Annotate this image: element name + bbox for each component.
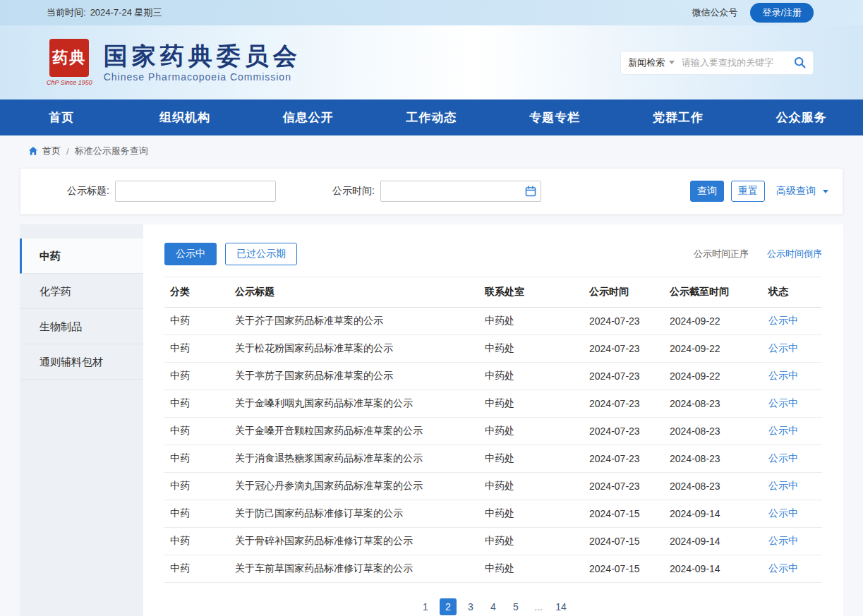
content-panel: 公示中已过公示期 公示时间正序 公示时间倒序 分类公示标题联系处室公示时间公示截… [143,224,843,616]
table-row: 中药关于金嗓开音颗粒国家药品标准草案的公示中药处2024-07-232024-0… [164,418,822,445]
page-1[interactable]: 1 [417,598,434,615]
status-link[interactable]: 公示中 [768,315,798,326]
table-row: 中药关于消食退热糖浆国家药品标准草案的公示中药处2024-07-232024-0… [164,445,822,473]
title-cell[interactable]: 关于车前草国家药品标准修订草案的公示 [229,555,479,583]
search-category-select[interactable]: 新闻检索 [628,56,675,69]
tab-0[interactable]: 公示中 [164,243,217,265]
wechat-link[interactable]: 微信公众号 [692,6,737,19]
column-header-2: 联系处室 [479,277,584,308]
department-cell: 中药处 [479,308,584,335]
title-cell[interactable]: 关于骨碎补国家药品标准修订草案的公示 [229,528,479,555]
breadcrumb-separator: / [66,146,69,157]
search-icon[interactable] [794,56,806,68]
status-cell: 公示中 [763,308,822,335]
status-link[interactable]: 公示中 [768,425,798,436]
page-2[interactable]: 2 [440,598,457,615]
status-link[interactable]: 公示中 [768,535,798,546]
advanced-query-label: 高级查询 [776,185,816,196]
publish-date-cell: 2024-07-23 [584,418,664,445]
search-input[interactable] [682,57,790,68]
announcement-table: 分类公示标题联系处室公示时间公示截至时间状态 中药关于芥子国家药品标准草案的公示… [164,277,822,583]
title-filter-label: 公示标题: [67,185,109,198]
nav-item-4[interactable]: 专题专栏 [493,99,617,135]
filter-panel: 公示标题: 公示时间: 查询 重置 高级查询 [20,168,843,215]
nav-item-1[interactable]: 组织机构 [123,99,247,135]
home-icon[interactable] [28,146,38,156]
advanced-query-link[interactable]: 高级查询 [776,185,828,198]
table-row: 中药关于金嗓利咽丸国家药品标准草案的公示中药处2024-07-232024-08… [164,390,822,418]
table-row: 中药关于骨碎补国家药品标准修订草案的公示中药处2024-07-152024-09… [164,528,822,555]
table-row: 中药关于冠心丹参滴丸国家药品标准草案的公示中药处2024-07-232024-0… [164,473,822,500]
status-link[interactable]: 公示中 [768,507,798,519]
title-cell[interactable]: 关于松花粉国家药品标准草案的公示 [229,335,479,363]
status-link[interactable]: 公示中 [768,480,798,491]
end-date-cell: 2024-08-23 [664,390,763,418]
nav-item-5[interactable]: 党群工作 [617,99,740,135]
nav-item-2[interactable]: 信息公开 [246,99,370,135]
sort-ascending-link[interactable]: 公示时间正序 [694,248,749,260]
status-link[interactable]: 公示中 [768,452,798,464]
nav-item-6[interactable]: 公众服务 [740,99,863,135]
publish-date-cell: 2024-07-15 [584,500,664,528]
tab-1[interactable]: 已过公示期 [225,243,297,265]
table-header-row: 分类公示标题联系处室公示时间公示截至时间状态 [164,277,822,308]
page-3[interactable]: 3 [462,598,479,615]
page-14[interactable]: 14 [553,598,569,615]
page-5[interactable]: 5 [507,598,524,615]
status-link[interactable]: 公示中 [768,397,798,409]
title-cell[interactable]: 关于防己国家药品标准修订草案的公示 [229,500,479,528]
sidebar-item-2[interactable]: 生物制品 [20,309,143,344]
sort-descending-link[interactable]: 公示时间倒序 [767,248,822,260]
news-search-box: 新闻检索 [620,51,814,75]
title-cell[interactable]: 关于芥子国家药品标准草案的公示 [229,308,479,335]
table-row: 中药关于车前草国家药品标准修订草案的公示中药处2024-07-152024-09… [164,555,822,583]
sidebar-item-1[interactable]: 化学药 [20,274,143,309]
query-button[interactable]: 查询 [690,181,724,202]
table-row: 中药关于防己国家药品标准修订草案的公示中药处2024-07-152024-09-… [164,500,822,528]
calendar-icon[interactable] [525,186,536,197]
status-cell: 公示中 [763,500,822,528]
title-cell[interactable]: 关于消食退热糖浆国家药品标准草案的公示 [229,445,479,473]
department-cell: 中药处 [479,445,584,473]
site-subtitle: Chinese Pharmacopoeia Commission [104,71,301,83]
status-link[interactable]: 公示中 [768,342,798,354]
table-row: 中药关于芥子国家药品标准草案的公示中药处2024-07-232024-09-22… [164,308,822,335]
department-cell: 中药处 [479,528,584,555]
sidebar-item-0[interactable]: 中药 [20,238,143,274]
category-cell: 中药 [164,445,229,473]
time-filter-input[interactable] [380,181,541,202]
category-cell: 中药 [164,555,229,583]
status-link[interactable]: 公示中 [768,562,798,574]
login-register-button[interactable]: 登录/注册 [750,3,814,23]
title-cell[interactable]: 关于葶苈子国家药品标准草案的公示 [229,363,479,390]
sidebar-item-3[interactable]: 通则辅料包材 [20,344,143,380]
breadcrumb-home[interactable]: 首页 [42,145,61,157]
end-date-cell: 2024-09-14 [664,528,763,555]
table-body: 中药关于芥子国家药品标准草案的公示中药处2024-07-232024-09-22… [164,308,822,583]
main-nav: 首页组织机构信息公开工作动态专题专栏党群工作公众服务 [0,99,863,135]
department-cell: 中药处 [479,500,584,528]
page-4[interactable]: 4 [485,598,502,615]
nav-item-0[interactable]: 首页 [0,99,123,135]
end-date-cell: 2024-09-14 [664,500,763,528]
nav-item-3[interactable]: 工作动态 [370,99,493,135]
status-cell: 公示中 [763,528,822,555]
publish-date-cell: 2024-07-15 [584,528,664,555]
title-filter-input[interactable] [115,181,276,202]
title-cell[interactable]: 关于金嗓利咽丸国家药品标准草案的公示 [229,390,479,418]
reset-button[interactable]: 重置 [731,181,765,202]
department-cell: 中药处 [479,473,584,500]
title-cell[interactable]: 关于冠心丹参滴丸国家药品标准草案的公示 [229,473,479,500]
category-cell: 中药 [164,473,229,500]
end-date-cell: 2024-09-22 [664,308,763,335]
column-header-5: 状态 [763,277,822,308]
department-cell: 中药处 [479,418,584,445]
status-cell: 公示中 [763,390,822,418]
title-cell[interactable]: 关于金嗓开音颗粒国家药品标准草案的公示 [229,418,479,445]
publish-date-cell: 2024-07-23 [584,335,664,363]
breadcrumb: 首页 / 标准公示服务查询 [0,135,863,165]
department-cell: 中药处 [479,363,584,390]
publish-date-cell: 2024-07-23 [584,390,664,418]
column-header-0: 分类 [164,277,229,308]
status-link[interactable]: 公示中 [768,370,798,381]
